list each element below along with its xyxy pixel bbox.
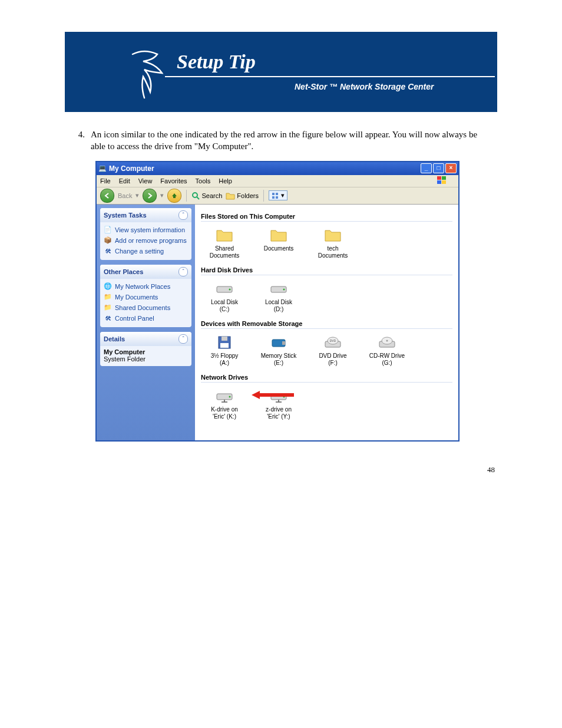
folder-icon: 📁 xyxy=(104,304,112,312)
toolbar-separator xyxy=(186,190,187,202)
svg-text:DVD: DVD xyxy=(330,339,336,342)
svg-rect-2 xyxy=(437,180,441,184)
link-label: View system information xyxy=(115,226,185,233)
icon-local-disk-c[interactable]: Local Disk (C:) xyxy=(206,280,243,313)
svg-point-26 xyxy=(229,396,231,397)
folder-icon xyxy=(260,226,297,244)
up-button[interactable] xyxy=(167,189,181,203)
svg-point-13 xyxy=(283,288,285,290)
close-button[interactable]: × xyxy=(445,163,457,173)
step-text: An icon similar to the one indicated by … xyxy=(91,129,488,153)
forward-dropdown-icon[interactable]: ▾ xyxy=(160,192,164,199)
section-removable-header: Devices with Removable Storage xyxy=(201,319,452,329)
minimize-button[interactable]: _ xyxy=(421,163,432,173)
svg-rect-7 xyxy=(276,193,278,195)
views-button[interactable]: ▾ xyxy=(269,190,287,200)
page-number: 48 xyxy=(65,465,495,475)
section-files-header: Files Stored on This Computer xyxy=(201,212,452,222)
info-icon: 📄 xyxy=(104,226,112,234)
link-control-panel[interactable]: 🛠Control Panel xyxy=(104,313,188,324)
window-title: My Computer xyxy=(109,164,419,173)
svg-point-24 xyxy=(386,340,388,341)
icon-label: 3½ Floppy (A:) xyxy=(211,353,239,366)
search-label: Search xyxy=(201,192,222,199)
link-label: Control Panel xyxy=(115,315,154,322)
link-network-places[interactable]: 🌐My Network Places xyxy=(104,281,188,292)
svg-marker-29 xyxy=(252,391,294,399)
menu-file[interactable]: File xyxy=(100,177,111,185)
icon-shared-documents[interactable]: Shared Documents xyxy=(206,226,243,259)
icon-floppy[interactable]: 3½ Floppy (A:) xyxy=(206,334,243,367)
section-hdd-header: Hard Disk Drives xyxy=(201,265,452,275)
instruction-step: 4. An icon similar to the one indicated … xyxy=(74,129,488,153)
back-button[interactable] xyxy=(100,189,114,203)
menubar: File Edit View Favorites Tools Help xyxy=(97,175,458,187)
icon-label: DVD Drive (F:) xyxy=(319,353,346,366)
icon-network-drive-k[interactable]: K-drive on 'Eric' (K:) xyxy=(206,387,243,420)
menu-favorites[interactable]: Favorites xyxy=(160,177,187,185)
windows-flag-icon xyxy=(437,176,447,186)
menu-help[interactable]: Help xyxy=(219,177,232,185)
folder-icon: 📁 xyxy=(104,293,112,301)
icon-label: Local Disk (C:) xyxy=(211,299,238,312)
folder-icon xyxy=(314,226,352,244)
forward-button[interactable] xyxy=(143,189,157,203)
panel-system-tasks: System Tasksˆ 📄View system information 📦… xyxy=(100,208,191,260)
link-label: Change a setting xyxy=(115,248,164,255)
cd-icon xyxy=(368,334,406,351)
section-network-header: Network Drives xyxy=(201,373,452,383)
menu-view[interactable]: View xyxy=(138,177,153,185)
eagle-logo-icon xyxy=(127,44,174,103)
toolbar: Back ▾ ▾ Search Folders ▾ xyxy=(97,187,458,205)
collapse-icon[interactable]: ˆ xyxy=(178,334,188,344)
link-change-setting[interactable]: 🛠Change a setting xyxy=(104,246,188,256)
menu-edit[interactable]: Edit xyxy=(119,177,130,185)
panel-details: Detailsˆ My Computer System Folder xyxy=(100,332,191,366)
icon-documents[interactable]: Documents xyxy=(260,226,297,259)
red-arrow-icon xyxy=(252,391,294,399)
icon-dvd-drive[interactable]: DVDDVD Drive (F:) xyxy=(314,334,352,367)
link-label: Add or remove programs xyxy=(115,237,187,244)
screenshot-window: 💻 My Computer _ □ × File Edit View Favor… xyxy=(95,161,459,442)
views-dropdown-icon: ▾ xyxy=(281,192,285,199)
details-name: My Computer xyxy=(104,348,145,355)
link-add-remove-programs[interactable]: 📦Add or remove programs xyxy=(104,235,188,246)
svg-rect-8 xyxy=(272,196,275,199)
maximize-button[interactable]: □ xyxy=(433,163,444,173)
icon-label: Local Disk (D:) xyxy=(265,299,292,312)
icon-local-disk-d[interactable]: Local Disk (D:) xyxy=(260,280,297,313)
tasks-header: System Tasks xyxy=(104,212,147,219)
places-header: Other Places xyxy=(104,268,143,275)
collapse-icon[interactable]: ˆ xyxy=(178,210,188,220)
programs-icon: 📦 xyxy=(104,236,112,245)
link-label: My Documents xyxy=(115,294,158,301)
link-view-system-info[interactable]: 📄View system information xyxy=(104,225,188,235)
panel-other-places: Other Placesˆ 🌐My Network Places 📁My Doc… xyxy=(100,265,191,327)
dvd-icon: DVD xyxy=(314,334,352,351)
svg-point-4 xyxy=(193,193,197,197)
icon-cdrw-drive[interactable]: CD-RW Drive (G:) xyxy=(368,334,406,367)
svg-rect-1 xyxy=(442,176,446,180)
search-button[interactable]: Search xyxy=(191,192,222,200)
svg-rect-18 xyxy=(282,341,285,345)
setting-icon: 🛠 xyxy=(104,247,112,255)
icon-label: tech Documents xyxy=(318,245,348,259)
link-shared-documents[interactable]: 📁Shared Documents xyxy=(104,302,188,313)
svg-rect-0 xyxy=(437,176,441,180)
icon-memory-stick[interactable]: Memory Stick (E:) xyxy=(260,334,297,367)
icon-label: CD-RW Drive (G:) xyxy=(369,353,405,366)
toolbar-separator-2 xyxy=(263,190,264,202)
banner-title: Setup Tip xyxy=(177,51,256,73)
banner-rule xyxy=(165,76,495,77)
folders-button[interactable]: Folders xyxy=(226,192,259,200)
floppy-icon xyxy=(206,334,243,351)
icon-tech-documents[interactable]: tech Documents xyxy=(314,226,352,259)
back-dropdown-icon[interactable]: ▾ xyxy=(135,192,139,199)
memory-stick-icon xyxy=(260,334,297,351)
link-my-documents[interactable]: 📁My Documents xyxy=(104,292,188,302)
drive-icon xyxy=(260,280,297,298)
collapse-icon[interactable]: ˆ xyxy=(178,267,188,276)
menu-tools[interactable]: Tools xyxy=(196,177,211,185)
details-type: System Folder xyxy=(104,355,146,363)
folders-label: Folders xyxy=(237,192,259,199)
